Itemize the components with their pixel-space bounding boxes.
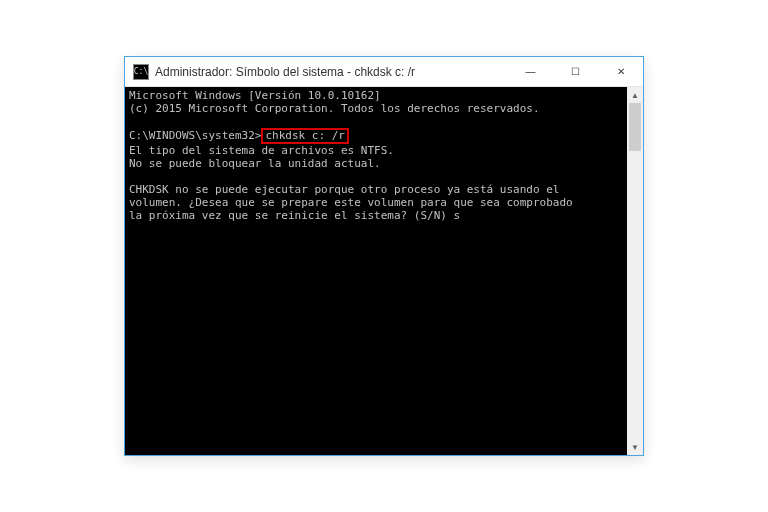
line-msg2: volumen. ¿Desea que se prepare este volu… bbox=[129, 196, 573, 209]
prompt-path: C:\WINDOWS\system32> bbox=[129, 129, 261, 142]
titlebar[interactable]: C:\ Administrador: Símbolo del sistema -… bbox=[125, 57, 643, 87]
window-controls: — ☐ ✕ bbox=[508, 57, 643, 86]
user-response: s bbox=[454, 209, 461, 222]
line-msg1: CHKDSK no se puede ejecutar porque otro … bbox=[129, 183, 559, 196]
typed-command-highlight: chkdsk c: /r bbox=[261, 128, 348, 144]
console-client-area: Microsoft Windows [Versión 10.0.10162] (… bbox=[125, 87, 643, 455]
line-msg3: la próxima vez que se reinicie el sistem… bbox=[129, 209, 454, 222]
cmd-icon: C:\ bbox=[133, 64, 149, 80]
window-title: Administrador: Símbolo del sistema - chk… bbox=[155, 65, 415, 79]
line-fs-type: El tipo del sistema de archivos es NTFS. bbox=[129, 144, 394, 157]
console-output[interactable]: Microsoft Windows [Versión 10.0.10162] (… bbox=[125, 87, 627, 455]
line-lock: No se puede bloquear la unidad actual. bbox=[129, 157, 381, 170]
maximize-button[interactable]: ☐ bbox=[553, 57, 598, 86]
scroll-thumb[interactable] bbox=[629, 103, 641, 151]
close-button[interactable]: ✕ bbox=[598, 57, 643, 86]
command-prompt-window: C:\ Administrador: Símbolo del sistema -… bbox=[124, 56, 644, 456]
line-version: Microsoft Windows [Versión 10.0.10162] bbox=[129, 89, 381, 102]
scroll-up-button[interactable]: ▲ bbox=[627, 87, 643, 103]
vertical-scrollbar[interactable]: ▲ ▼ bbox=[627, 87, 643, 455]
line-copyright: (c) 2015 Microsoft Corporation. Todos lo… bbox=[129, 102, 540, 115]
minimize-button[interactable]: — bbox=[508, 57, 553, 86]
scroll-down-button[interactable]: ▼ bbox=[627, 439, 643, 455]
